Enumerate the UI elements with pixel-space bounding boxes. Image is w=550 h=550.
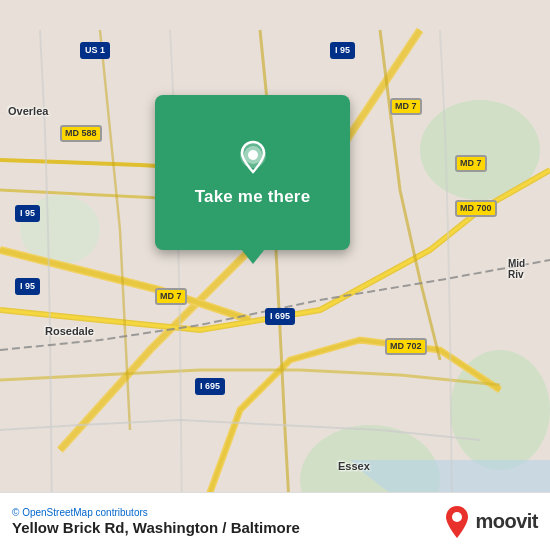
road-badge-md700: MD 700 [455,200,497,217]
road-badge-md702: MD 702 [385,338,427,355]
place-label-rosedale: Rosedale [45,325,94,337]
road-badge-md7-top: MD 7 [390,98,422,115]
svg-point-6 [248,150,258,160]
road-badge-i695: I 695 [265,308,295,325]
moovit-logo: moovit [443,505,538,539]
popup-card[interactable]: Take me there [155,95,350,250]
location-label: Yellow Brick Rd, Washington / Baltimore [12,519,300,536]
place-label-essex: Essex [338,460,370,472]
road-badge-us1: US 1 [80,42,110,59]
place-label-overlea: Overlea [8,105,48,117]
svg-point-7 [452,512,462,522]
place-label-mid-riv: MidRiv [508,258,525,280]
osm-credit-text: © OpenStreetMap contributors [12,507,148,518]
moovit-pin-icon [443,505,471,539]
location-pin-icon [234,139,272,177]
road-badge-i95-top: I 95 [330,42,355,59]
take-me-there-button[interactable]: Take me there [195,187,311,207]
road-badge-md588: MD 588 [60,125,102,142]
road-badge-md7-bot: MD 7 [155,288,187,305]
map-roads-svg [0,0,550,550]
road-badge-i95-left2: I 95 [15,278,40,295]
road-badge-i695-bot: I 695 [195,378,225,395]
road-badge-i95-left: I 95 [15,205,40,222]
osm-credit: © OpenStreetMap contributors [12,507,300,518]
road-badge-md7-mid: MD 7 [455,155,487,172]
bottom-bar: © OpenStreetMap contributors Yellow Bric… [0,492,550,550]
map-container: US 1 I 95 MD 588 MD 7 MD 7 MD 700 I 95 I… [0,0,550,550]
moovit-brand-text: moovit [475,510,538,533]
bottom-left: © OpenStreetMap contributors Yellow Bric… [12,507,300,536]
